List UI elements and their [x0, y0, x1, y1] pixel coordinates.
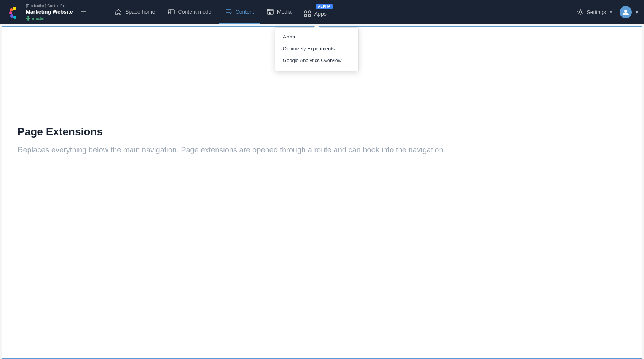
svg-point-3 [9, 11, 12, 14]
home-icon [115, 8, 122, 16]
settings-icon [577, 8, 584, 17]
svg-point-15 [269, 10, 270, 10]
nav-label-space-home: Space home [125, 9, 155, 15]
settings-label: Settings [587, 9, 606, 15]
top-navigation: [Production] Contentful Marketing Websit… [0, 0, 644, 24]
hamburger-button[interactable]: ☰ [77, 5, 89, 19]
nav-items: Space home Content model Content [108, 0, 566, 24]
svg-point-4 [10, 14, 13, 18]
nav-item-apps[interactable]: Apps ALPHA [298, 0, 336, 24]
svg-point-6 [26, 18, 27, 19]
nav-item-content-model[interactable]: Content model [161, 0, 219, 24]
page-extensions-title: Page Extensions [18, 126, 626, 138]
svg-point-9 [27, 19, 29, 21]
svg-point-18 [304, 14, 307, 17]
alpha-badge: ALPHA [316, 4, 333, 9]
dropdown-item-google-analytics[interactable]: Google Analytics Overview [275, 54, 358, 66]
branch-label: master [32, 16, 45, 21]
nav-label-media: Media [277, 9, 292, 15]
svg-point-8 [29, 18, 30, 19]
content-model-icon [167, 8, 175, 16]
settings-nav[interactable]: Settings ▾ [572, 0, 617, 24]
page-extensions-description: Replaces everything below the main navig… [18, 144, 550, 155]
content-icon [225, 8, 233, 16]
brand-subtitle: [Production] Contentful [26, 4, 73, 8]
brand-badge: master [26, 16, 73, 21]
brand-title: Marketing Website [26, 8, 73, 15]
brand-area: [Production] Contentful Marketing Websit… [0, 0, 108, 24]
svg-point-1 [13, 7, 16, 10]
svg-rect-12 [168, 10, 174, 14]
svg-point-21 [624, 10, 627, 13]
dropdown-section-title: Apps [275, 32, 358, 43]
svg-point-17 [308, 11, 311, 13]
brand-text: [Production] Contentful Marketing Websit… [26, 4, 73, 20]
apps-nav-wrapper: Apps ALPHA Apps Optimizely Experiments G… [298, 0, 336, 24]
apps-dropdown: Apps Optimizely Experiments Google Analy… [275, 27, 359, 71]
svg-point-20 [579, 11, 582, 13]
nav-label-apps: Apps [314, 11, 327, 17]
svg-point-19 [308, 14, 311, 17]
nav-label-content-model: Content model [178, 9, 213, 15]
svg-point-14 [268, 10, 269, 10]
user-avatar[interactable] [620, 6, 632, 18]
apps-icon [304, 10, 311, 18]
nav-right: Settings ▾ ▾ [566, 0, 644, 24]
nav-item-content[interactable]: Content [219, 0, 260, 24]
nav-item-media[interactable]: Media [260, 0, 298, 24]
brand-logo [8, 5, 21, 19]
svg-point-7 [27, 16, 29, 18]
settings-dropdown-arrow: ▾ [610, 10, 612, 15]
nav-item-space-home[interactable]: Space home [108, 0, 161, 24]
user-dropdown-arrow[interactable]: ▾ [636, 10, 638, 15]
main-content: Page Extensions Replaces everything belo… [2, 26, 642, 359]
svg-point-16 [304, 11, 307, 13]
dropdown-item-optimizely[interactable]: Optimizely Experiments [275, 43, 358, 54]
nav-label-content: Content [236, 9, 254, 15]
media-icon [266, 8, 274, 16]
svg-point-5 [13, 16, 16, 19]
svg-point-2 [10, 8, 13, 11]
